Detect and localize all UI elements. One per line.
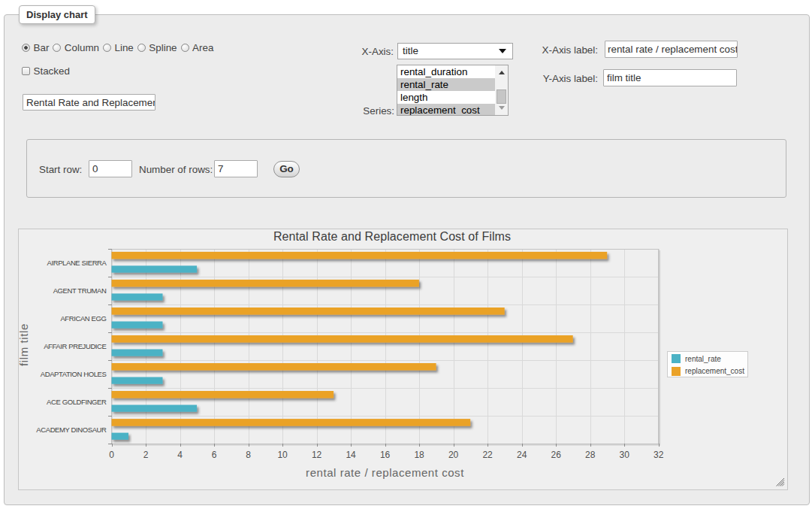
- svg-text:0: 0: [109, 450, 114, 460]
- svg-text:ACE GOLDFINGER: ACE GOLDFINGER: [47, 398, 107, 406]
- svg-text:12: 12: [312, 450, 322, 460]
- svg-text:24: 24: [517, 450, 527, 460]
- svg-text:6: 6: [212, 450, 217, 460]
- svg-text:AGENT TRUMAN: AGENT TRUMAN: [53, 286, 107, 295]
- svg-text:8: 8: [246, 450, 251, 460]
- svg-text:18: 18: [414, 450, 424, 460]
- svg-text:replacement_cost: replacement_cost: [685, 367, 744, 375]
- svg-text:rental_rate: rental_rate: [685, 355, 721, 363]
- svg-text:26: 26: [551, 450, 562, 460]
- svg-text:30: 30: [620, 450, 630, 460]
- svg-text:20: 20: [448, 450, 459, 460]
- svg-text:ADAPTATION HOLES: ADAPTATION HOLES: [41, 370, 107, 378]
- svg-text:10: 10: [277, 450, 288, 460]
- svg-text:film title: film title: [19, 323, 30, 366]
- svg-text:AFFAIR PREJUDICE: AFFAIR PREJUDICE: [44, 342, 106, 350]
- svg-text:22: 22: [482, 450, 493, 460]
- svg-text:ACADEMY DINOSAUR: ACADEMY DINOSAUR: [36, 426, 107, 434]
- svg-text:28: 28: [585, 450, 596, 460]
- svg-text:rental rate / replacement cost: rental rate / replacement cost: [306, 466, 464, 479]
- svg-text:32: 32: [654, 450, 664, 460]
- svg-text:2: 2: [143, 450, 149, 460]
- svg-text:4: 4: [177, 450, 183, 460]
- svg-text:16: 16: [380, 450, 391, 460]
- svg-text:AIRPLANE SIERRA: AIRPLANE SIERRA: [47, 259, 107, 267]
- svg-text:Rental Rate and Replacement Co: Rental Rate and Replacement Cost of Film…: [273, 230, 511, 243]
- svg-text:14: 14: [346, 450, 356, 460]
- svg-text:AFRICAN EGG: AFRICAN EGG: [60, 314, 106, 323]
